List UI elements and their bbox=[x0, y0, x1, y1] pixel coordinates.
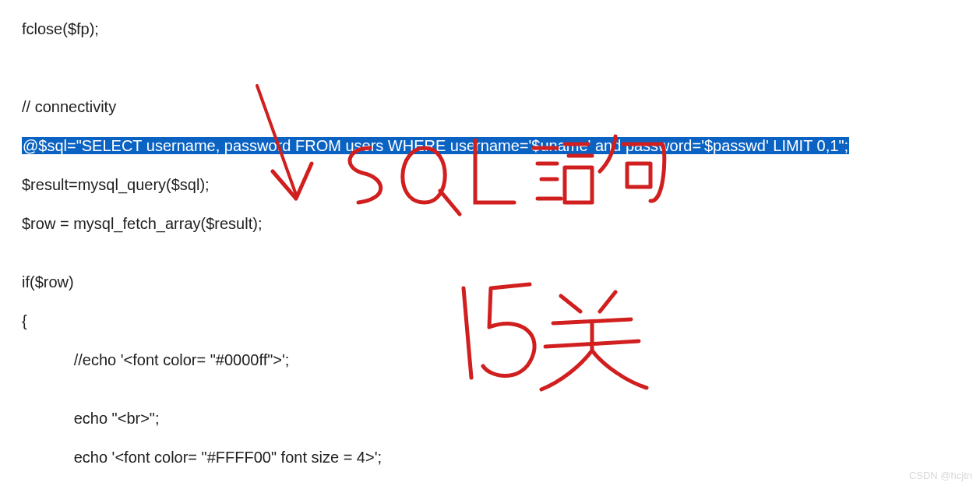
code-line-highlighted: @$sql="SELECT username, password FROM us… bbox=[22, 136, 849, 156]
code-line: $row = mysql_fetch_array($result); bbox=[22, 214, 849, 234]
code-line: // connectivity bbox=[22, 97, 849, 117]
code-line: fclose($fp); bbox=[22, 19, 849, 39]
code-line: $result=mysql_query($sql); bbox=[22, 175, 849, 195]
code-line: if($row) bbox=[22, 273, 849, 292]
code-block: fclose($fp); // connectivity @$sql="SELE… bbox=[22, 0, 849, 486]
watermark: CSDN @hcjtn bbox=[909, 470, 972, 481]
code-line: echo "<br>"; bbox=[22, 409, 849, 428]
code-line: //echo '<font color= "#0000ff">'; bbox=[22, 350, 849, 370]
code-line: echo '<font color= "#FFFF00" font size =… bbox=[22, 448, 849, 467]
code-line: { bbox=[22, 312, 849, 331]
